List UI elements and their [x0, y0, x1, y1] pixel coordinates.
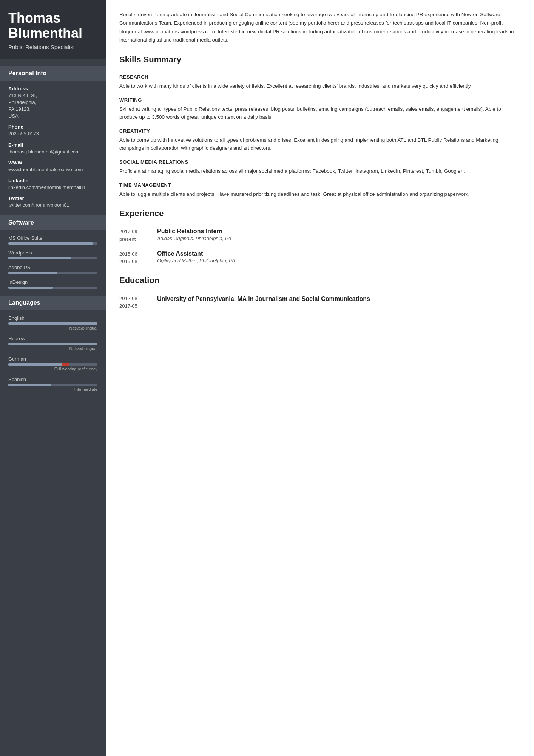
exp-job-title: Office Assistant [157, 250, 520, 257]
language-name: Hebrew [8, 336, 97, 341]
software-section: MS Office Suite Wordpress Adobe PS InDes… [0, 235, 106, 289]
exp-job-title: Public Relations Intern [157, 228, 520, 235]
email-value: thomas.j.blumenthal@gmail.com [8, 149, 97, 155]
software-bar-fill [8, 257, 71, 259]
language-name: English [8, 315, 97, 321]
education-container: 2012-08 -2017-05 University of Pennsylva… [119, 295, 520, 310]
skill-block: SOCIAL MEDIA RELATIONS Proficient at man… [119, 159, 520, 175]
address-block: Address 713 N 4th St,Philadelphia,PA 191… [8, 86, 97, 120]
skill-description: Able to juggle multiple clients and proj… [119, 190, 520, 198]
email-label: E-mail [8, 142, 97, 148]
language-level: Intermediate [8, 387, 97, 392]
education-title: Education [119, 276, 520, 288]
software-header: Software [0, 215, 106, 230]
language-bar-bg [8, 343, 97, 345]
linkedin-block: LinkedIn linkedin.com/me/thomblumenthal8… [8, 178, 97, 191]
skill-description: Proficient at managing social media rela… [119, 167, 520, 175]
twitter-block: Twitter twitter.com/thommybloom81 [8, 195, 97, 209]
skill-heading: WRITING [119, 97, 520, 103]
software-name: Adobe PS [8, 265, 97, 270]
skill-block: CREATIVITY Able to come up with innovati… [119, 128, 520, 152]
software-item: Adobe PS [8, 265, 97, 274]
phone-label: Phone [8, 124, 97, 130]
experience-title: Experience [119, 209, 520, 221]
language-level: Full working proficiency [8, 367, 97, 371]
skill-block: WRITING Skilled at writing all types of … [119, 97, 520, 121]
language-name: German [8, 356, 97, 362]
exp-company: Ogilvy and Mather, Philadelphia, PA [157, 258, 520, 263]
language-level: Native/bilingual [8, 326, 97, 330]
twitter-value: twitter.com/thommybloom81 [8, 202, 97, 209]
software-name: MS Office Suite [8, 235, 97, 241]
experience-entry: 2015-06 -2015-08 Office Assistant Ogilvy… [119, 250, 520, 265]
software-item: InDesign [8, 279, 97, 289]
software-bar-bg [8, 287, 97, 289]
language-item: Hebrew Native/bilingual [8, 336, 97, 351]
software-bar-bg [8, 272, 97, 274]
language-item: Spanish Intermediate [8, 376, 97, 392]
address-label: Address [8, 86, 97, 91]
exp-company: Adidas Originals, Philadelphia, PA [157, 235, 520, 241]
exp-date: 2017-09 -present [119, 228, 157, 243]
sidebar-header: Thomas Blumenthal Public Relations Speci… [0, 0, 106, 59]
software-item: Wordpress [8, 250, 97, 259]
skill-block: RESEARCH Able to work with many kinds of… [119, 74, 520, 90]
linkedin-value: linkedin.com/me/thomblumenthal81 [8, 184, 97, 191]
experience-section: Experience 2017-09 -present Public Relat… [119, 209, 520, 265]
software-name: InDesign [8, 279, 97, 285]
skill-heading: CREATIVITY [119, 128, 520, 134]
education-section: Education 2012-08 -2017-05 University of… [119, 276, 520, 310]
sidebar: Thomas Blumenthal Public Relations Speci… [0, 0, 106, 756]
software-bar-fill [8, 287, 53, 289]
skill-description: Able to work with many kinds of clients … [119, 82, 520, 90]
skill-heading: TIME MANAGEMENT [119, 182, 520, 188]
software-item: MS Office Suite [8, 235, 97, 245]
languages-section: English Native/bilingual Hebrew Native/b… [0, 315, 106, 392]
languages-header: Languages [0, 296, 106, 310]
edu-degree: University of Pennsylvania, MA in Journa… [157, 295, 520, 303]
phone-value: 202-555-0173 [8, 130, 97, 137]
software-bar-fill [8, 272, 57, 274]
skill-heading: SOCIAL MEDIA RELATIONS [119, 159, 520, 165]
phone-block: Phone 202-555-0173 [8, 124, 97, 137]
lang-bar-fill [8, 384, 51, 386]
skills-section-title: Skills Summary [119, 55, 520, 67]
experience-container: 2017-09 -present Public Relations Intern… [119, 228, 520, 265]
language-name: Spanish [8, 376, 97, 382]
skill-description: Skilled at writing all types of Public R… [119, 105, 520, 121]
www-value: www.thomblumenthalcreative.com [8, 166, 97, 173]
skill-block: TIME MANAGEMENT Able to juggle multiple … [119, 182, 520, 198]
exp-details: Office Assistant Ogilvy and Mather, Phil… [157, 250, 520, 263]
language-item: German Full working proficiency [8, 356, 97, 371]
personal-info-header: Personal Info [0, 66, 106, 81]
personal-info-section: Address 713 N 4th St,Philadelphia,PA 191… [0, 86, 106, 209]
edu-date: 2012-08 -2017-05 [119, 295, 157, 310]
language-bar-bg [8, 384, 97, 386]
education-entry: 2012-08 -2017-05 University of Pennsylva… [119, 295, 520, 310]
exp-details: Public Relations Intern Adidas Originals… [157, 228, 520, 241]
lang-bar-fill [8, 322, 97, 325]
software-bar-fill [8, 242, 93, 245]
www-label: WWW [8, 160, 97, 166]
lang-bar-fill [8, 343, 97, 345]
address-value: 713 N 4th St,Philadelphia,PA 19123,USA [8, 92, 97, 120]
software-name: Wordpress [8, 250, 97, 256]
skill-heading: RESEARCH [119, 74, 520, 80]
skill-description: Able to come up with innovative solution… [119, 136, 520, 152]
edu-details: University of Pennsylvania, MA in Journa… [157, 295, 520, 303]
candidate-title: Public Relations Specialist [8, 43, 97, 51]
language-level: Native/bilingual [8, 346, 97, 351]
main-content: Results-driven Penn graduate in Journali… [106, 0, 534, 756]
www-block: WWW www.thomblumenthalcreative.com [8, 160, 97, 173]
email-block: E-mail thomas.j.blumenthal@gmail.com [8, 142, 97, 155]
exp-date: 2015-06 -2015-08 [119, 250, 157, 265]
candidate-name: Thomas Blumenthal [8, 11, 97, 40]
linkedin-label: LinkedIn [8, 178, 97, 183]
skills-container: RESEARCH Able to work with many kinds of… [119, 74, 520, 198]
language-item: English Native/bilingual [8, 315, 97, 330]
language-bar-bg [8, 322, 97, 325]
software-bar-bg [8, 257, 97, 259]
language-bar-bg [8, 363, 97, 366]
software-bar-bg [8, 242, 97, 245]
experience-entry: 2017-09 -present Public Relations Intern… [119, 228, 520, 243]
